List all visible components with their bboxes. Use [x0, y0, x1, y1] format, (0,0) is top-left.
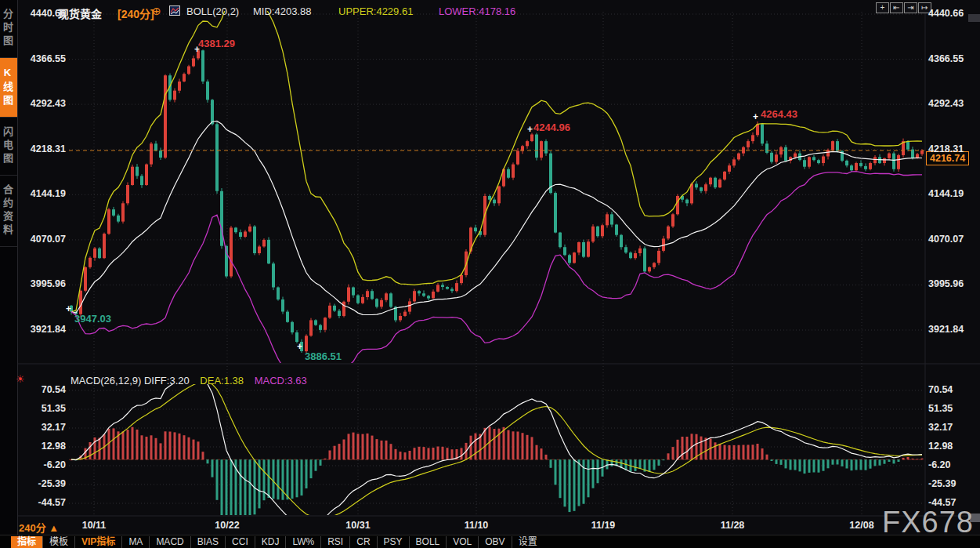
toolbar-item-指标[interactable]: 指标: [11, 536, 42, 548]
macd-axis-label-right: 32.17: [928, 422, 972, 433]
boll-params-label: BOLL(20,2): [186, 5, 239, 17]
date-axis-label: 10/11: [82, 520, 107, 531]
date-axis-label: 10/22: [215, 520, 239, 531]
price-annotation: 4381.29: [198, 38, 235, 49]
sidebar-tab-3[interactable]: 闪电图: [0, 118, 17, 176]
pan-icon[interactable]: +: [876, 2, 889, 13]
price-chart-canvas[interactable]: [0, 0, 980, 548]
macd-axis-label-left: -6.20: [22, 459, 66, 470]
toolbar-item-RSI[interactable]: RSI: [320, 536, 349, 548]
price-axis-label-right: 4440.66: [928, 8, 972, 19]
extreme-marker-icon: +: [297, 343, 302, 350]
shift-right-icon[interactable]: ⇥: [904, 2, 917, 13]
period-label: [240分]: [118, 5, 154, 21]
sidebar: 分时图K线图闪电图合约资料: [0, 0, 18, 535]
price-annotation: 3886.51: [305, 350, 342, 362]
toolbar-item-CR[interactable]: CR: [349, 536, 376, 548]
price-axis-label-left: 4292.43: [22, 98, 66, 109]
price-axis-label-right: 3921.84: [928, 324, 972, 335]
price-annotation: 4264.43: [761, 108, 797, 120]
price-axis-label-right: 4144.19: [928, 188, 972, 199]
toolbar-item-MA[interactable]: MA: [121, 536, 149, 548]
macd-axis-label-left: -44.57: [22, 497, 66, 508]
date-axis-label: 10/31: [345, 520, 370, 531]
toolbar-item-KDJ[interactable]: KDJ: [255, 536, 286, 548]
macd-axis-label-right: 70.54: [928, 384, 972, 395]
macd-diff-value: MACD(26,12,9) DIFF:3.20: [71, 375, 190, 387]
price-axis-label-left: 3995.96: [22, 278, 66, 289]
extreme-marker-icon: +: [753, 113, 758, 121]
toolbar-item-CCI[interactable]: CCI: [225, 536, 255, 548]
macd-axis-label-left: -25.39: [22, 478, 66, 489]
price-axis-label-right: 4218.31: [928, 143, 972, 154]
sidebar-tab-1[interactable]: 分时图: [0, 0, 17, 58]
price-axis-label-right: 3995.96: [928, 278, 972, 289]
price-axis-label-left: 4366.55: [22, 53, 66, 64]
toolbar-item-BOLL[interactable]: BOLL: [409, 536, 447, 548]
period-footer[interactable]: 240分 ▲: [19, 520, 59, 535]
crosshair-icon[interactable]: ⊕: [152, 5, 161, 17]
price-annotation: 4244.96: [533, 122, 570, 133]
price-axis-label-left: 4070.07: [22, 234, 66, 245]
price-axis-label-left: 4218.31: [22, 143, 66, 154]
toolbar-item-MACD[interactable]: MACD: [149, 536, 190, 548]
macd-header: MACD(26,12,9) DIFF:3.20 DEA:1.38 MACD:3.…: [71, 375, 307, 387]
macd-axis-label-right: 51.35: [928, 403, 972, 414]
price-axis-label-left: 3921.84: [22, 324, 66, 335]
macd-axis-label-right: -25.39: [928, 478, 972, 489]
boll-upper-value: UPPER:4229.61: [338, 5, 413, 17]
macd-axis-label-right: -6.20: [928, 459, 972, 470]
toolbar-item-VOL[interactable]: VOL: [446, 536, 478, 548]
macd-macd-value: MACD:3.63: [255, 375, 307, 387]
date-axis-label: 12/08: [849, 520, 873, 531]
macd-axis-label-right: 12.98: [928, 441, 972, 452]
date-axis-label: 11/28: [721, 520, 745, 531]
toolbar-item-模板[interactable]: 模板: [42, 536, 74, 548]
boll-lower-value: LOWER:4178.16: [439, 5, 515, 17]
price-axis-label-right: 4070.07: [928, 234, 972, 245]
toolbar-item-VIP指标[interactable]: VIP指标: [74, 536, 121, 548]
toolbar-item-PSY[interactable]: PSY: [377, 536, 409, 548]
sidebar-tab-2[interactable]: K线图: [0, 58, 17, 118]
toolbar-item-LW%[interactable]: LW%: [285, 536, 320, 548]
price-axis-label-left: 4440.66: [22, 8, 66, 19]
macd-axis-label-left: 32.17: [22, 422, 66, 433]
date-axis-label: 11/10: [465, 520, 489, 531]
sidebar-tab-4[interactable]: 合约资料: [0, 176, 17, 247]
macd-axis-label-left: 51.35: [22, 403, 66, 414]
macd-dea-value: DEA:1.38: [200, 375, 244, 387]
toolbar-item-设置[interactable]: 设置: [512, 536, 544, 548]
toolbar-item-OBV[interactable]: OBV: [478, 536, 511, 548]
price-axis-label-left: 4144.19: [22, 188, 66, 199]
alert-sun-icon: ☀: [16, 373, 25, 385]
date-axis-label: 11/19: [591, 520, 616, 531]
extreme-marker-icon: +: [527, 125, 533, 133]
chart-type-icon[interactable]: [169, 5, 180, 16]
boll-mid-value: MID:4203.88: [253, 5, 311, 17]
toolbar-item-BIAS[interactable]: BIAS: [190, 536, 225, 548]
price-annotation: 3947.03: [74, 313, 111, 325]
extreme-marker-icon: +: [194, 45, 200, 53]
shift-left-icon[interactable]: ⇤: [890, 2, 903, 13]
indicator-toolbar: 指标模板VIP指标MAMACDBIASCCIKDJLW%RSICRPSYBOLL…: [0, 535, 980, 548]
macd-axis-label-left: 12.98: [22, 441, 66, 452]
macd-axis-label-left: 70.54: [22, 384, 66, 395]
price-axis-label-right: 4366.55: [928, 53, 972, 64]
trading-app: 分时图K线图闪电图合约资料 ☀ 现货黄金 [240分] ⊕ BOLL(20,2)…: [0, 0, 980, 548]
extreme-marker-icon: +: [66, 305, 71, 313]
price-axis-label-right: 4292.43: [928, 98, 972, 109]
macd-axis-label-right: -44.57: [928, 497, 972, 508]
